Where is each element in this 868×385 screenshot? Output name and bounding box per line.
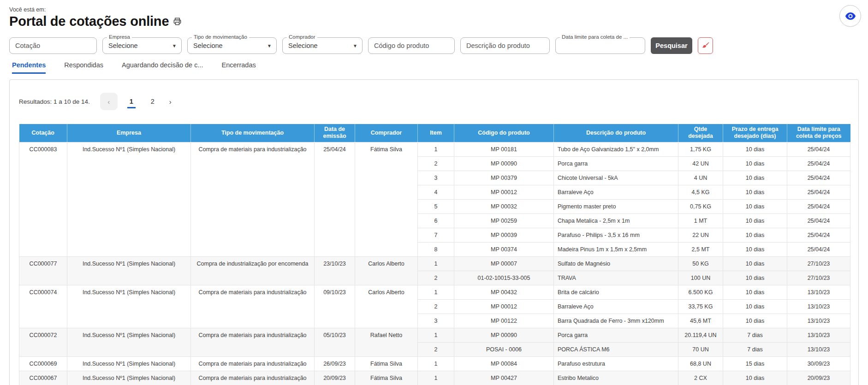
cell-data_limite: 25/04/24 bbox=[787, 171, 850, 185]
header-prazo-entrega: Prazo de entrega desejado (dias) bbox=[723, 124, 787, 142]
data-limite-input[interactable]: Data limite para coleta de ... bbox=[555, 37, 645, 54]
cell-prazo: 7 dias bbox=[723, 328, 787, 342]
tipo-movimentacao-select[interactable]: Tipo de movimentação Selecione ▼ bbox=[187, 37, 277, 54]
table-row[interactable]: CC000069Ind.Sucesso Nº1 (Simples Naciona… bbox=[19, 356, 850, 371]
cell-descricao: Parafuso estrutura bbox=[554, 356, 678, 371]
cell-qtde: 1,75 KG bbox=[678, 142, 723, 156]
cell-prazo: 15 dias bbox=[723, 356, 787, 371]
cell-qtde: 2 CX bbox=[678, 371, 723, 385]
cell-codigo: MP 00122 bbox=[454, 314, 554, 328]
cell-data_emissao: 23/10/23 bbox=[315, 256, 355, 285]
page-1-button[interactable]: 1 bbox=[124, 94, 139, 109]
cell-cotacao: CC000067 bbox=[19, 371, 67, 385]
cell-prazo: 10 dias bbox=[723, 171, 787, 185]
page-2-button[interactable]: 2 bbox=[145, 94, 160, 109]
cell-prazo: 10 dias bbox=[723, 199, 787, 213]
cell-prazo: 10 dias bbox=[723, 185, 787, 199]
cell-item: 1 bbox=[418, 371, 454, 385]
cell-descricao: Parafuso - Philips - 3,5 x 16 mm bbox=[554, 228, 678, 242]
cell-qtde: 4,5 KG bbox=[678, 185, 723, 199]
codigo-produto-input[interactable] bbox=[368, 37, 455, 54]
cell-empresa: Ind.Sucesso Nº1 (Simples Nacional) bbox=[67, 371, 191, 385]
table-row[interactable]: CC000072Ind.Sucesso Nº1 (Simples Naciona… bbox=[19, 328, 850, 342]
tab-encerradas[interactable]: Encerradas bbox=[222, 61, 256, 74]
table-row[interactable]: CC000077Ind.Sucesso Nº1 (Simples Naciona… bbox=[19, 256, 850, 271]
cell-data_emissao: 25/04/24 bbox=[315, 142, 355, 256]
cell-data_limite: 25/04/24 bbox=[787, 242, 850, 256]
header-codigo-produto: Código do produto bbox=[454, 124, 554, 142]
comprador-select[interactable]: Comprador Selecione ▼ bbox=[282, 37, 363, 54]
cell-codigo: MP 00039 bbox=[454, 228, 554, 242]
table-row[interactable]: CC000067Ind.Sucesso Nº1 (Simples Naciona… bbox=[19, 371, 850, 385]
cell-tipo: Compra de industrialização por encomenda bbox=[191, 256, 315, 285]
search-button[interactable]: Pesquisar bbox=[651, 37, 692, 54]
next-page-button[interactable]: › bbox=[166, 97, 174, 106]
comprador-label: Comprador bbox=[287, 34, 317, 40]
cell-data_limite: 25/04/24 bbox=[787, 228, 850, 242]
header-data-limite: Data limite para coleta de preços bbox=[787, 124, 850, 142]
cell-comprador: Carlos Alberto bbox=[355, 285, 418, 328]
cell-prazo: 10 dias bbox=[723, 314, 787, 328]
cell-descricao: Pigmento master preto bbox=[554, 199, 678, 213]
cell-tipo: Compra de materiais para industrializaçã… bbox=[191, 142, 315, 256]
table-header-row: Cotação Empresa Tipo de movimentação Dat… bbox=[19, 124, 850, 142]
cell-descricao: Barraleve Aço bbox=[554, 299, 678, 314]
cell-prazo: 10 dias bbox=[723, 299, 787, 314]
cell-empresa: Ind.Sucesso Nº1 (Simples Nacional) bbox=[67, 285, 191, 328]
print-button[interactable] bbox=[173, 17, 182, 26]
cell-prazo: 10 dias bbox=[723, 285, 787, 299]
page-title: Portal de cotações online bbox=[9, 14, 169, 29]
cotacao-input[interactable] bbox=[9, 37, 97, 54]
cell-codigo: MP 00427 bbox=[454, 371, 554, 385]
tab-aguardando-decisao[interactable]: Aguardando decisão de c... bbox=[122, 61, 203, 74]
cell-descricao: Madeira Pinus 1m x 1,5m x 2,5mm bbox=[554, 242, 678, 256]
cell-item: 1 bbox=[418, 328, 454, 342]
cell-item: 8 bbox=[418, 242, 454, 256]
table-row[interactable]: CC000083Ind.Sucesso Nº1 (Simples Naciona… bbox=[19, 142, 850, 156]
cell-codigo: MP 00181 bbox=[454, 142, 554, 156]
cell-cotacao: CC000077 bbox=[19, 256, 67, 285]
tipo-movimentacao-label: Tipo de movimentação bbox=[192, 34, 249, 40]
cell-empresa: Ind.Sucesso Nº1 (Simples Nacional) bbox=[67, 142, 191, 256]
cell-data_limite: 13/10/23 bbox=[787, 285, 850, 299]
cell-cotacao: CC000074 bbox=[19, 285, 67, 328]
empresa-select[interactable]: Empresa Selecione ▼ bbox=[102, 37, 182, 54]
cell-data_limite: 30/09/23 bbox=[787, 356, 850, 371]
cell-data_emissao: 05/10/23 bbox=[315, 328, 355, 356]
table-row[interactable]: CC000074Ind.Sucesso Nº1 (Simples Naciona… bbox=[19, 285, 850, 299]
chevron-down-icon: ▼ bbox=[267, 43, 272, 48]
tab-respondidas[interactable]: Respondidas bbox=[64, 61, 103, 74]
results-panel: Resultados: 1 a 10 de 14. ‹ 1 2 › Cotaçã… bbox=[9, 79, 859, 385]
cell-qtde: 22 UN bbox=[678, 228, 723, 242]
cell-prazo: 10 dias bbox=[723, 256, 787, 271]
cell-item: 4 bbox=[418, 185, 454, 199]
descricao-produto-input[interactable] bbox=[460, 37, 550, 54]
cell-qtde: 0,75 KG bbox=[678, 199, 723, 213]
cell-codigo: MP 00007 bbox=[454, 256, 554, 271]
cell-prazo: 10 dias bbox=[723, 213, 787, 228]
cell-descricao: Porca garra bbox=[554, 328, 678, 342]
cell-descricao: Porca garra bbox=[554, 156, 678, 171]
title-row: Portal de cotações online bbox=[9, 14, 859, 29]
previous-page-button[interactable]: ‹ bbox=[100, 93, 118, 110]
cell-item: 1 bbox=[418, 285, 454, 299]
cell-qtde: 45,6 MT bbox=[678, 314, 723, 328]
cell-qtde: 42 UN bbox=[678, 156, 723, 171]
cell-item: 1 bbox=[418, 142, 454, 156]
cell-codigo: MP 00012 bbox=[454, 299, 554, 314]
header-item: Item bbox=[418, 124, 454, 142]
cell-descricao: Estribo Metalico bbox=[554, 371, 678, 385]
empresa-value: Selecione bbox=[108, 42, 169, 49]
cell-item: 5 bbox=[418, 199, 454, 213]
cell-tipo: Compra de materiais para industrializaçã… bbox=[191, 356, 315, 371]
header-descricao-produto: Descrição do produto bbox=[554, 124, 678, 142]
view-toggle-button[interactable] bbox=[839, 5, 861, 27]
clear-filters-button[interactable] bbox=[698, 37, 713, 54]
cell-cotacao: CC000072 bbox=[19, 328, 67, 356]
tab-pendentes[interactable]: Pendentes bbox=[12, 61, 46, 74]
cell-descricao: TRAVA bbox=[554, 271, 678, 285]
cell-comprador: Fátima Silva bbox=[355, 356, 418, 371]
tipo-movimentacao-value: Selecione bbox=[193, 42, 264, 49]
cell-qtde: 33,75 KG bbox=[678, 299, 723, 314]
header-comprador: Comprador bbox=[355, 124, 418, 142]
